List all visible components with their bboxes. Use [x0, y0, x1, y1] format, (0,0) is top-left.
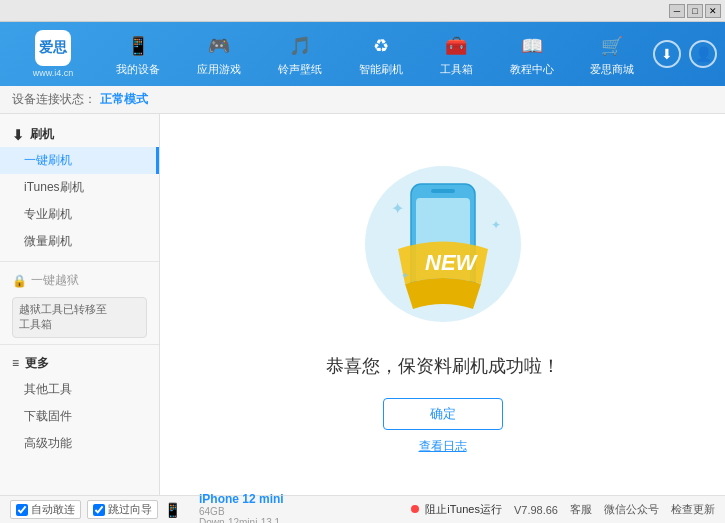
- nav-item-smart-flash[interactable]: ♻ 智能刷机: [351, 28, 411, 81]
- sidebar-item-itunes-flash[interactable]: iTunes刷机: [0, 174, 159, 201]
- nav-item-apps-games[interactable]: 🎮 应用游戏: [189, 28, 249, 81]
- ringtones-icon: 🎵: [286, 32, 314, 60]
- nav-label-mall: 爱思商城: [590, 62, 634, 77]
- note-line1: 越狱工具已转移至: [19, 303, 107, 315]
- nav-label-ringtones: 铃声壁纸: [278, 62, 322, 77]
- sidebar-item-one-click-flash[interactable]: 一键刷机: [0, 147, 159, 174]
- main-layout: ⬇ 刷机 一键刷机 iTunes刷机 专业刷机 微量刷机 🔒 一键越狱 越狱工具…: [0, 114, 725, 495]
- logo-text: www.i4.cn: [33, 68, 74, 78]
- lock-icon: 🔒: [12, 274, 27, 288]
- nav-item-mall[interactable]: 🛒 爱思商城: [582, 28, 642, 81]
- sidebar-item-download-fw[interactable]: 下载固件: [0, 403, 159, 430]
- skip-wizard-label: 跳过向导: [108, 502, 152, 517]
- minimize-button[interactable]: ─: [669, 4, 685, 18]
- nav-label-apps-games: 应用游戏: [197, 62, 241, 77]
- svg-text:✦: ✦: [401, 270, 409, 281]
- sidebar-item-other-tools[interactable]: 其他工具: [0, 376, 159, 403]
- mall-icon: 🛒: [598, 32, 626, 60]
- tutorial-icon: 📖: [518, 32, 546, 60]
- illustration-svg: ✦ ✦ ✦ NEW: [343, 154, 543, 354]
- sidebar-item-pro-flash[interactable]: 专业刷机: [0, 201, 159, 228]
- nav-item-my-device[interactable]: 📱 我的设备: [108, 28, 168, 81]
- user-button[interactable]: 👤: [689, 40, 717, 68]
- svg-text:✦: ✦: [391, 200, 404, 217]
- nav-items: 📱 我的设备 🎮 应用游戏 🎵 铃声壁纸 ♻ 智能刷机 🧰 工具箱 📖 教程中心…: [98, 28, 653, 81]
- nav-item-ringtones[interactable]: 🎵 铃声壁纸: [270, 28, 330, 81]
- confirm-button[interactable]: 确定: [383, 398, 503, 430]
- status-label: 设备连接状态：: [12, 91, 96, 108]
- itunes-status[interactable]: 阻止iTunes运行: [411, 502, 502, 517]
- more-section-label: 更多: [25, 355, 49, 372]
- sidebar-note: 越狱工具已转移至 工具箱: [12, 297, 147, 338]
- flash-section-label: 刷机: [30, 126, 54, 143]
- itunes-status-label: 阻止iTunes运行: [425, 503, 502, 515]
- flash-section-header: ⬇ 刷机: [0, 122, 159, 147]
- success-text: 恭喜您，保资料刷机成功啦！: [326, 354, 560, 378]
- auto-launch-checkbox-label[interactable]: 自动敢连: [10, 500, 81, 519]
- top-nav: 爱思 www.i4.cn 📱 我的设备 🎮 应用游戏 🎵 铃声壁纸 ♻ 智能刷机…: [0, 22, 725, 86]
- note-line2: 工具箱: [19, 318, 52, 330]
- more-section-header: ≡ 更多: [0, 351, 159, 376]
- customer-service-link[interactable]: 客服: [570, 502, 592, 517]
- one-click-flash-label: 一键刷机: [24, 152, 72, 169]
- title-bar: ─ □ ✕: [0, 0, 725, 22]
- nav-label-tutorial: 教程中心: [510, 62, 554, 77]
- device-storage: 64GB: [199, 506, 284, 517]
- sidebar-item-advanced[interactable]: 高级功能: [0, 430, 159, 457]
- auto-launch-checkbox[interactable]: [16, 504, 28, 516]
- wechat-official-link[interactable]: 微信公众号: [604, 502, 659, 517]
- bottom-left: 自动敢连 跳过向导 📱 iPhone 12 mini 64GB Down-12m…: [10, 492, 411, 524]
- download-fw-label: 下载固件: [24, 408, 72, 425]
- close-button[interactable]: ✕: [705, 4, 721, 18]
- nav-label-smart-flash: 智能刷机: [359, 62, 403, 77]
- nav-item-toolbox[interactable]: 🧰 工具箱: [432, 28, 481, 81]
- status-value: 正常模式: [100, 91, 148, 108]
- logo-area: 爱思 www.i4.cn: [8, 30, 98, 78]
- device-info: iPhone 12 mini 64GB Down-12mini-13,1: [199, 492, 284, 524]
- itunes-flash-label: iTunes刷机: [24, 179, 84, 196]
- success-illustration: ✦ ✦ ✦ NEW: [343, 154, 543, 354]
- logo-icon: 爱思: [35, 30, 71, 66]
- bottom-bar: 自动敢连 跳过向导 📱 iPhone 12 mini 64GB Down-12m…: [0, 495, 725, 523]
- download-button[interactable]: ⬇: [653, 40, 681, 68]
- sidebar: ⬇ 刷机 一键刷机 iTunes刷机 专业刷机 微量刷机 🔒 一键越狱 越狱工具…: [0, 114, 160, 495]
- svg-text:✦: ✦: [491, 218, 501, 232]
- flash-section-icon: ⬇: [12, 127, 24, 143]
- itunes-dot: [411, 505, 419, 513]
- skip-wizard-checkbox-label[interactable]: 跳过向导: [87, 500, 158, 519]
- svg-text:NEW: NEW: [425, 250, 479, 275]
- apps-games-icon: 🎮: [205, 32, 233, 60]
- view-log-link[interactable]: 查看日志: [419, 438, 467, 455]
- pro-flash-label: 专业刷机: [24, 206, 72, 223]
- sidebar-divider-1: [0, 261, 159, 262]
- bottom-right: 阻止iTunes运行 V7.98.66 客服 微信公众号 检查更新: [411, 502, 715, 517]
- sidebar-locked-jailbreak: 🔒 一键越狱: [0, 268, 159, 293]
- ipsw-flash-label: 微量刷机: [24, 233, 72, 250]
- nav-item-tutorial[interactable]: 📖 教程中心: [502, 28, 562, 81]
- nav-right: ⬇ 👤: [653, 40, 717, 68]
- device-name: iPhone 12 mini: [199, 492, 284, 506]
- smart-flash-icon: ♻: [367, 32, 395, 60]
- advanced-label: 高级功能: [24, 435, 72, 452]
- more-list-icon: ≡: [12, 356, 19, 370]
- other-tools-label: 其他工具: [24, 381, 72, 398]
- version-label: V7.98.66: [514, 504, 558, 516]
- restore-button[interactable]: □: [687, 4, 703, 18]
- toolbox-icon: 🧰: [442, 32, 470, 60]
- nav-label-toolbox: 工具箱: [440, 62, 473, 77]
- skip-wizard-checkbox[interactable]: [93, 504, 105, 516]
- status-bar: 设备连接状态： 正常模式: [0, 86, 725, 114]
- sidebar-item-ipsw-flash[interactable]: 微量刷机: [0, 228, 159, 255]
- sidebar-divider-2: [0, 344, 159, 345]
- svg-rect-3: [431, 189, 455, 193]
- device-icon: 📱: [164, 502, 181, 518]
- device-model: Down-12mini-13,1: [199, 517, 284, 524]
- nav-label-my-device: 我的设备: [116, 62, 160, 77]
- check-update-link[interactable]: 检查更新: [671, 502, 715, 517]
- auto-launch-label: 自动敢连: [31, 502, 75, 517]
- locked-label: 一键越狱: [31, 272, 79, 289]
- my-device-icon: 📱: [124, 32, 152, 60]
- content-area: ✦ ✦ ✦ NEW 恭喜您，保资料刷机成功啦！ 确定 查看日志: [160, 114, 725, 495]
